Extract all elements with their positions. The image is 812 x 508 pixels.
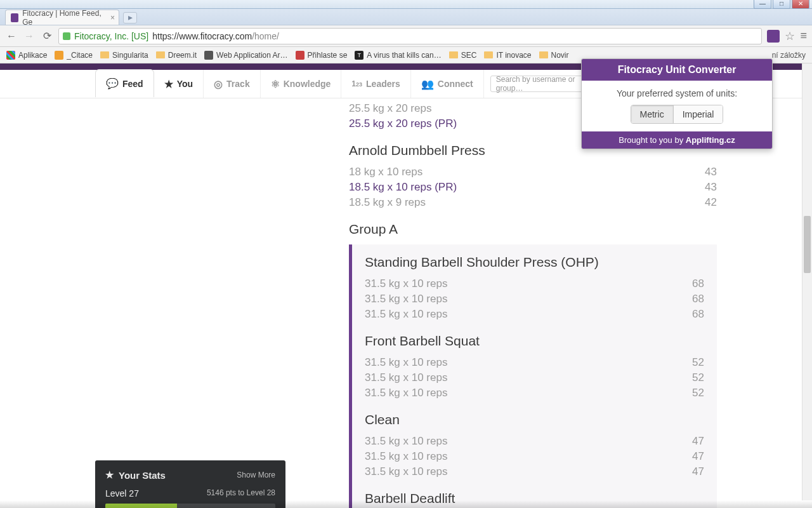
points-to-next: 5146 pts to Level 28 [207, 488, 275, 498]
set-text: 31.5 kg x 10 reps [365, 277, 447, 290]
set-points: 68 [692, 277, 704, 290]
atom-icon: ⚛ [271, 78, 280, 90]
window-titlebar: — □ ✕ [0, 0, 812, 9]
star-icon: ★ [164, 78, 173, 90]
set-text: 31.5 kg x 10 reps [365, 308, 447, 321]
bookmark-favicon [204, 51, 213, 60]
set-points: 52 [692, 371, 704, 384]
nav-track[interactable]: ◎Track [204, 70, 261, 98]
workout-group: Standing Barbell Shoulder Press (OHP) 31… [349, 244, 717, 508]
lock-icon [63, 32, 70, 40]
apps-icon [6, 51, 15, 60]
chrome-menu-icon[interactable]: ≡ [800, 29, 807, 43]
exercise-title: Front Barbell Squat [365, 333, 704, 349]
footer-link[interactable]: Applifting.cz [686, 135, 735, 145]
nav-connect[interactable]: 👥Connect [411, 70, 484, 98]
exercise-title: Standing Barbell Shoulder Press (OHP) [365, 255, 704, 270]
bookmark-item[interactable]: Přihlaste se [296, 51, 348, 60]
bookmark-item[interactable]: IT inovace [484, 51, 531, 60]
bookmark-item[interactable]: Singularita [100, 51, 148, 60]
forward-button: → [23, 30, 36, 42]
set-text: 25.5 kg x 20 reps [349, 102, 431, 115]
bookmark-item[interactable]: SEC [449, 51, 477, 60]
set-text: 18.5 kg x 10 reps (PR) [349, 181, 457, 194]
bottom-edge-shadow [0, 500, 812, 508]
nav-label: Track [226, 79, 250, 89]
other-bookmarks[interactable]: ní záložky [772, 51, 806, 60]
bookmark-label: Dreem.it [168, 51, 197, 60]
people-icon: 👥 [421, 78, 434, 90]
nav-label: Connect [438, 79, 473, 89]
level-label: Level 27 [105, 488, 139, 498]
popup-title: Fitocracy Unit Converter [582, 59, 772, 81]
new-tab-button[interactable]: ▸ [123, 12, 137, 23]
chat-icon: 💬 [106, 77, 119, 90]
set-points: 42 [705, 196, 717, 209]
set-text: 25.5 kg x 20 reps (PR) [349, 117, 457, 130]
bookmark-label: Web Application Ar… [216, 51, 288, 60]
set-text: 31.5 kg x 10 reps [365, 450, 447, 463]
bookmark-item[interactable]: _Citace [55, 51, 93, 60]
window-close-button[interactable]: ✕ [792, 0, 809, 9]
apps-shortcut[interactable]: Aplikace [6, 51, 47, 60]
footer-text: Brought to you by [619, 135, 686, 145]
url-path: /home/ [252, 31, 279, 41]
folder-icon [100, 51, 109, 58]
nav-label: Leaders [366, 79, 400, 89]
popup-label: Your preferred system of units: [582, 88, 772, 98]
stats-title: Your Stats [119, 470, 166, 481]
nav-you[interactable]: ★You [154, 70, 204, 98]
nav-label: Feed [122, 79, 143, 89]
bookmark-label: Přihlaste se [308, 51, 348, 60]
set-points: 43 [705, 181, 717, 194]
set-text: 31.5 kg x 10 reps [365, 465, 447, 478]
set-text: 31.5 kg x 10 reps [365, 293, 447, 305]
bookmark-star-icon[interactable]: ☆ [785, 29, 795, 43]
popup-footer: Brought to you by Applifting.cz [582, 131, 772, 149]
extension-popup: Fitocracy Unit Converter Your preferred … [581, 58, 773, 149]
window-maximize-button[interactable]: □ [773, 0, 790, 9]
bookmark-item[interactable]: Dreem.it [156, 51, 197, 60]
vertical-scrollbar[interactable] [802, 64, 812, 500]
extension-icon[interactable] [767, 30, 780, 43]
imperial-button[interactable]: Imperial [673, 105, 723, 123]
bookmark-item[interactable]: TA virus that kills can… [355, 51, 441, 60]
group-title: Group A [349, 222, 717, 237]
bookmark-label: Novir [551, 51, 569, 60]
star-icon: ★ [105, 469, 114, 481]
set-points: 52 [692, 356, 704, 369]
scrollbar-thumb[interactable] [804, 216, 811, 273]
bookmark-label: _Citace [67, 51, 93, 60]
browser-tab-active[interactable]: Fitocracy | Home Feed, Ge × [5, 10, 119, 25]
leaders-icon: 123 [351, 79, 362, 88]
browser-tabstrip: Fitocracy | Home Feed, Ge × ▸ [0, 9, 812, 25]
window-minimize-button[interactable]: — [754, 0, 771, 9]
show-more-link[interactable]: Show More [237, 471, 275, 479]
nav-knowledge[interactable]: ⚛Knowledge [261, 70, 342, 98]
folder-icon [156, 51, 165, 58]
url-host: https://www.fitocracy.com [152, 31, 252, 41]
bookmark-favicon [55, 51, 63, 60]
browser-toolbar: ← → ⟳ Fitocracy, Inc. [US] https://www.f… [0, 25, 812, 47]
tab-favicon [11, 13, 18, 22]
target-icon: ◎ [214, 78, 223, 90]
reload-button[interactable]: ⟳ [41, 30, 53, 42]
nav-leaders[interactable]: 123Leaders [341, 70, 410, 98]
tab-close-icon[interactable]: × [110, 13, 115, 22]
workout-feed: 25.5 kg x 20 reps 25.5 kg x 20 reps (PR)… [298, 98, 717, 508]
tls-org-name: Fitocracy, Inc. [US] [74, 31, 148, 41]
address-bar[interactable]: Fitocracy, Inc. [US] https://www.fitocra… [58, 28, 762, 44]
set-points: 47 [692, 465, 704, 478]
bookmark-item[interactable]: Web Application Ar… [204, 51, 288, 60]
metric-button[interactable]: Metric [631, 105, 673, 123]
set-text: 31.5 kg x 10 reps [365, 356, 447, 369]
nav-feed[interactable]: 💬Feed [95, 69, 154, 97]
bookmark-item[interactable]: Novir [539, 51, 569, 60]
set-points: 47 [692, 450, 704, 463]
set-text: 31.5 kg x 10 reps [365, 371, 447, 384]
tab-title: Fitocracy | Home Feed, Ge [22, 9, 102, 27]
set-text: 31.5 kg x 10 reps [365, 435, 447, 448]
apps-label: Aplikace [18, 51, 47, 60]
bookmark-favicon: T [355, 51, 363, 60]
back-button[interactable]: ← [5, 30, 18, 42]
